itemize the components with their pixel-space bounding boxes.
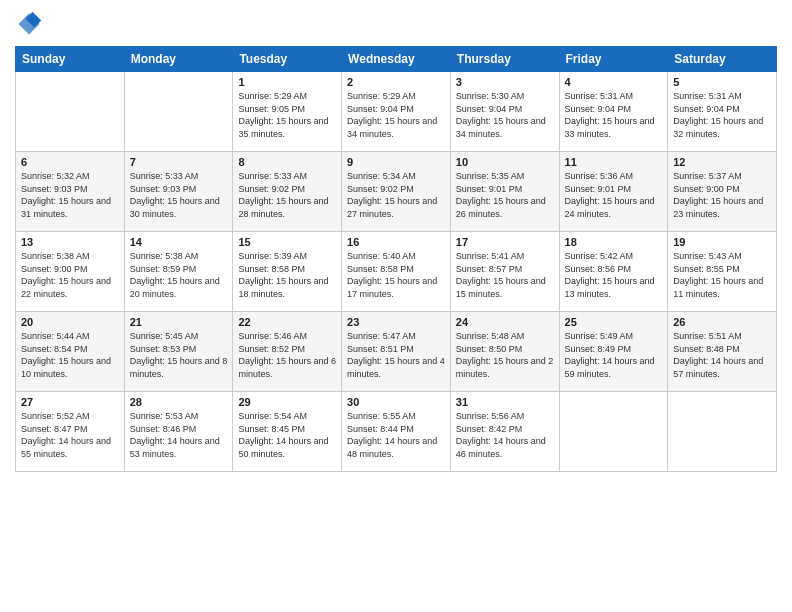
- day-number: 27: [21, 396, 119, 408]
- day-info: Sunrise: 5:43 AM Sunset: 8:55 PM Dayligh…: [673, 250, 771, 300]
- calendar-cell: 7Sunrise: 5:33 AM Sunset: 9:03 PM Daylig…: [124, 152, 233, 232]
- day-number: 29: [238, 396, 336, 408]
- day-number: 7: [130, 156, 228, 168]
- calendar-cell: 6Sunrise: 5:32 AM Sunset: 9:03 PM Daylig…: [16, 152, 125, 232]
- day-number: 19: [673, 236, 771, 248]
- day-number: 5: [673, 76, 771, 88]
- day-info: Sunrise: 5:49 AM Sunset: 8:49 PM Dayligh…: [565, 330, 663, 380]
- day-number: 16: [347, 236, 445, 248]
- day-info: Sunrise: 5:34 AM Sunset: 9:02 PM Dayligh…: [347, 170, 445, 220]
- logo-icon: [15, 10, 43, 38]
- calendar-cell: 4Sunrise: 5:31 AM Sunset: 9:04 PM Daylig…: [559, 72, 668, 152]
- day-number: 1: [238, 76, 336, 88]
- day-info: Sunrise: 5:31 AM Sunset: 9:04 PM Dayligh…: [673, 90, 771, 140]
- calendar-cell: 10Sunrise: 5:35 AM Sunset: 9:01 PM Dayli…: [450, 152, 559, 232]
- day-number: 12: [673, 156, 771, 168]
- day-number: 17: [456, 236, 554, 248]
- calendar-cell: 21Sunrise: 5:45 AM Sunset: 8:53 PM Dayli…: [124, 312, 233, 392]
- weekday-tuesday: Tuesday: [233, 47, 342, 72]
- day-number: 2: [347, 76, 445, 88]
- week-row-4: 20Sunrise: 5:44 AM Sunset: 8:54 PM Dayli…: [16, 312, 777, 392]
- calendar-cell: 14Sunrise: 5:38 AM Sunset: 8:59 PM Dayli…: [124, 232, 233, 312]
- day-info: Sunrise: 5:30 AM Sunset: 9:04 PM Dayligh…: [456, 90, 554, 140]
- calendar-cell: [668, 392, 777, 472]
- calendar-cell: 30Sunrise: 5:55 AM Sunset: 8:44 PM Dayli…: [342, 392, 451, 472]
- day-number: 14: [130, 236, 228, 248]
- calendar-cell: 24Sunrise: 5:48 AM Sunset: 8:50 PM Dayli…: [450, 312, 559, 392]
- day-info: Sunrise: 5:47 AM Sunset: 8:51 PM Dayligh…: [347, 330, 445, 380]
- calendar-header: SundayMondayTuesdayWednesdayThursdayFrid…: [16, 47, 777, 72]
- calendar-cell: 29Sunrise: 5:54 AM Sunset: 8:45 PM Dayli…: [233, 392, 342, 472]
- calendar-cell: 19Sunrise: 5:43 AM Sunset: 8:55 PM Dayli…: [668, 232, 777, 312]
- day-info: Sunrise: 5:35 AM Sunset: 9:01 PM Dayligh…: [456, 170, 554, 220]
- day-number: 10: [456, 156, 554, 168]
- weekday-row: SundayMondayTuesdayWednesdayThursdayFrid…: [16, 47, 777, 72]
- calendar-table: SundayMondayTuesdayWednesdayThursdayFrid…: [15, 46, 777, 472]
- day-info: Sunrise: 5:51 AM Sunset: 8:48 PM Dayligh…: [673, 330, 771, 380]
- day-number: 31: [456, 396, 554, 408]
- calendar-cell: 18Sunrise: 5:42 AM Sunset: 8:56 PM Dayli…: [559, 232, 668, 312]
- calendar-cell: 27Sunrise: 5:52 AM Sunset: 8:47 PM Dayli…: [16, 392, 125, 472]
- day-info: Sunrise: 5:38 AM Sunset: 8:59 PM Dayligh…: [130, 250, 228, 300]
- calendar-cell: 17Sunrise: 5:41 AM Sunset: 8:57 PM Dayli…: [450, 232, 559, 312]
- day-info: Sunrise: 5:44 AM Sunset: 8:54 PM Dayligh…: [21, 330, 119, 380]
- calendar-cell: [16, 72, 125, 152]
- day-info: Sunrise: 5:48 AM Sunset: 8:50 PM Dayligh…: [456, 330, 554, 380]
- calendar-cell: [559, 392, 668, 472]
- day-number: 21: [130, 316, 228, 328]
- calendar-cell: 13Sunrise: 5:38 AM Sunset: 9:00 PM Dayli…: [16, 232, 125, 312]
- week-row-2: 6Sunrise: 5:32 AM Sunset: 9:03 PM Daylig…: [16, 152, 777, 232]
- day-info: Sunrise: 5:31 AM Sunset: 9:04 PM Dayligh…: [565, 90, 663, 140]
- weekday-monday: Monday: [124, 47, 233, 72]
- day-number: 9: [347, 156, 445, 168]
- day-info: Sunrise: 5:40 AM Sunset: 8:58 PM Dayligh…: [347, 250, 445, 300]
- day-info: Sunrise: 5:36 AM Sunset: 9:01 PM Dayligh…: [565, 170, 663, 220]
- day-info: Sunrise: 5:29 AM Sunset: 9:04 PM Dayligh…: [347, 90, 445, 140]
- day-number: 6: [21, 156, 119, 168]
- calendar-cell: 5Sunrise: 5:31 AM Sunset: 9:04 PM Daylig…: [668, 72, 777, 152]
- weekday-sunday: Sunday: [16, 47, 125, 72]
- day-number: 8: [238, 156, 336, 168]
- day-info: Sunrise: 5:54 AM Sunset: 8:45 PM Dayligh…: [238, 410, 336, 460]
- week-row-5: 27Sunrise: 5:52 AM Sunset: 8:47 PM Dayli…: [16, 392, 777, 472]
- day-info: Sunrise: 5:33 AM Sunset: 9:02 PM Dayligh…: [238, 170, 336, 220]
- calendar-cell: 20Sunrise: 5:44 AM Sunset: 8:54 PM Dayli…: [16, 312, 125, 392]
- calendar-cell: [124, 72, 233, 152]
- day-info: Sunrise: 5:32 AM Sunset: 9:03 PM Dayligh…: [21, 170, 119, 220]
- calendar-cell: 15Sunrise: 5:39 AM Sunset: 8:58 PM Dayli…: [233, 232, 342, 312]
- day-info: Sunrise: 5:39 AM Sunset: 8:58 PM Dayligh…: [238, 250, 336, 300]
- calendar-cell: 22Sunrise: 5:46 AM Sunset: 8:52 PM Dayli…: [233, 312, 342, 392]
- day-info: Sunrise: 5:33 AM Sunset: 9:03 PM Dayligh…: [130, 170, 228, 220]
- weekday-saturday: Saturday: [668, 47, 777, 72]
- day-info: Sunrise: 5:45 AM Sunset: 8:53 PM Dayligh…: [130, 330, 228, 380]
- calendar-cell: 8Sunrise: 5:33 AM Sunset: 9:02 PM Daylig…: [233, 152, 342, 232]
- weekday-friday: Friday: [559, 47, 668, 72]
- day-info: Sunrise: 5:53 AM Sunset: 8:46 PM Dayligh…: [130, 410, 228, 460]
- day-info: Sunrise: 5:56 AM Sunset: 8:42 PM Dayligh…: [456, 410, 554, 460]
- day-number: 22: [238, 316, 336, 328]
- calendar-cell: 23Sunrise: 5:47 AM Sunset: 8:51 PM Dayli…: [342, 312, 451, 392]
- calendar-cell: 11Sunrise: 5:36 AM Sunset: 9:01 PM Dayli…: [559, 152, 668, 232]
- day-info: Sunrise: 5:29 AM Sunset: 9:05 PM Dayligh…: [238, 90, 336, 140]
- day-number: 26: [673, 316, 771, 328]
- day-number: 20: [21, 316, 119, 328]
- logo: [15, 10, 47, 38]
- page-header: [15, 10, 777, 38]
- week-row-1: 1Sunrise: 5:29 AM Sunset: 9:05 PM Daylig…: [16, 72, 777, 152]
- calendar-body: 1Sunrise: 5:29 AM Sunset: 9:05 PM Daylig…: [16, 72, 777, 472]
- calendar-cell: 25Sunrise: 5:49 AM Sunset: 8:49 PM Dayli…: [559, 312, 668, 392]
- week-row-3: 13Sunrise: 5:38 AM Sunset: 9:00 PM Dayli…: [16, 232, 777, 312]
- day-number: 11: [565, 156, 663, 168]
- day-info: Sunrise: 5:55 AM Sunset: 8:44 PM Dayligh…: [347, 410, 445, 460]
- weekday-thursday: Thursday: [450, 47, 559, 72]
- day-number: 28: [130, 396, 228, 408]
- day-number: 13: [21, 236, 119, 248]
- day-info: Sunrise: 5:42 AM Sunset: 8:56 PM Dayligh…: [565, 250, 663, 300]
- calendar-cell: 12Sunrise: 5:37 AM Sunset: 9:00 PM Dayli…: [668, 152, 777, 232]
- calendar-cell: 1Sunrise: 5:29 AM Sunset: 9:05 PM Daylig…: [233, 72, 342, 152]
- calendar-cell: 3Sunrise: 5:30 AM Sunset: 9:04 PM Daylig…: [450, 72, 559, 152]
- day-number: 23: [347, 316, 445, 328]
- day-info: Sunrise: 5:38 AM Sunset: 9:00 PM Dayligh…: [21, 250, 119, 300]
- calendar-cell: 16Sunrise: 5:40 AM Sunset: 8:58 PM Dayli…: [342, 232, 451, 312]
- day-number: 3: [456, 76, 554, 88]
